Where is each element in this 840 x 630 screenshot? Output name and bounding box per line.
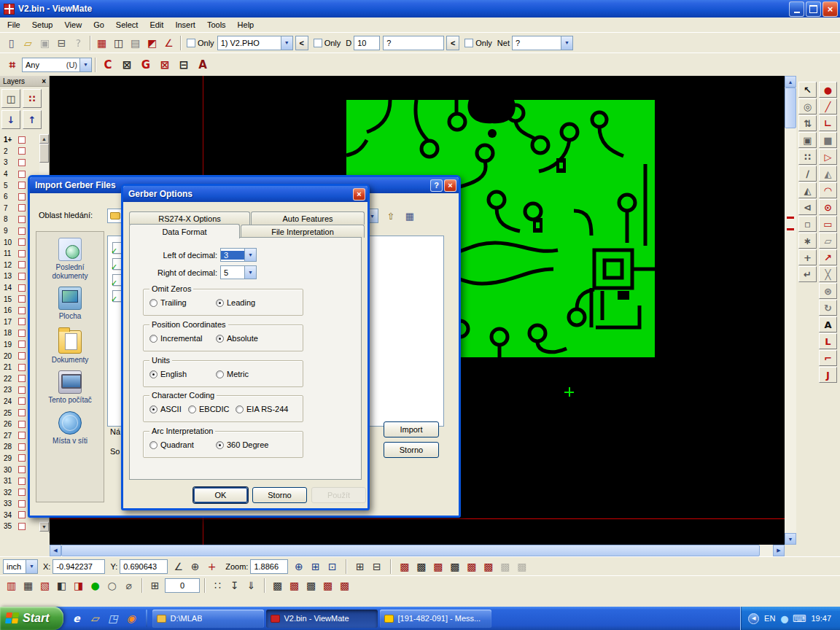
layer-row[interactable]: 3: [1, 157, 39, 168]
layer-color-box[interactable]: [18, 432, 26, 439]
close-button[interactable]: ×: [822, 1, 838, 17]
radio-ascii[interactable]: ASCII: [149, 405, 182, 413]
select-pad-icon[interactable]: ⊠: [117, 56, 136, 74]
layer-color-box[interactable]: [18, 193, 26, 201]
radio-incremental[interactable]: Incremental: [149, 334, 202, 343]
draw-mode-icon[interactable]: ▩: [413, 559, 429, 575]
return-icon[interactable]: ↵: [798, 266, 817, 282]
zoom-in-icon[interactable]: ⊕: [290, 559, 307, 575]
tab-auto-features[interactable]: Auto Features: [251, 211, 365, 225]
tab-data-format[interactable]: Data Format: [129, 224, 240, 238]
grid-toggle-icon[interactable]: ⊞: [351, 559, 368, 575]
layer-color-box[interactable]: [18, 352, 26, 359]
layer-color-box[interactable]: [18, 511, 26, 518]
scroll-thumb[interactable]: [785, 88, 796, 128]
gear-icon[interactable]: ⊛: [819, 283, 837, 299]
radio-metric[interactable]: Metric: [216, 370, 249, 378]
layer-color-box[interactable]: [18, 330, 26, 337]
zoom-window-icon[interactable]: ⊞: [307, 559, 324, 575]
swap-layers-icon[interactable]: ⇅: [798, 115, 817, 131]
pad-tool-icon[interactable]: ●: [819, 82, 837, 98]
menu-item[interactable]: View: [58, 18, 88, 31]
chevron-down-icon[interactable]: ▼: [79, 58, 91, 71]
menu-item[interactable]: File: [1, 18, 26, 31]
ie-quick-icon[interactable]: e: [68, 610, 85, 627]
show-desktop-icon[interactable]: ◳: [104, 610, 121, 627]
layer-row[interactable]: 35: [1, 521, 39, 532]
menu-item[interactable]: Help: [232, 18, 260, 31]
sel-pattern-4-icon[interactable]: ▩: [319, 578, 336, 594]
menu-item[interactable]: Edit: [144, 18, 169, 31]
polyline-tool-icon[interactable]: ∟: [819, 115, 837, 131]
pad-mode-icon[interactable]: ▩: [429, 559, 446, 575]
layer-row[interactable]: 2: [1, 146, 39, 158]
layer-color-box[interactable]: [18, 171, 26, 178]
save-icon[interactable]: ▣: [36, 35, 53, 51]
start-button[interactable]: Start: [0, 607, 63, 630]
relative-origin-icon[interactable]: +: [203, 559, 220, 575]
layer-color-box[interactable]: [18, 489, 26, 496]
vector-tool-icon[interactable]: ↗: [819, 249, 837, 265]
menu-item[interactable]: Setup: [26, 18, 59, 31]
apply-button[interactable]: Použít: [311, 487, 366, 503]
unit-select[interactable]: inch ▼: [3, 559, 38, 574]
folder-quick-icon[interactable]: ▱: [86, 610, 103, 627]
cross-icon[interactable]: +: [798, 249, 817, 265]
vertical-scrollbar[interactable]: ▲ ▼: [785, 76, 796, 545]
marker-down-icon[interactable]: ⇓: [243, 578, 260, 594]
grid-style-icon[interactable]: ⊟: [368, 559, 385, 575]
film-positive-icon[interactable]: ◨: [70, 578, 87, 594]
dialog-help-button[interactable]: ?: [430, 179, 443, 192]
menu-item[interactable]: Go: [88, 18, 110, 31]
scroll-down-icon[interactable]: ▼: [785, 533, 796, 545]
place-recent-documents[interactable]: Poslední dokumenty: [39, 238, 101, 280]
sel-pattern-3-icon[interactable]: ▩: [303, 578, 319, 594]
measure-angle-icon[interactable]: ∠: [170, 559, 187, 575]
layer-row[interactable]: 1+: [1, 134, 39, 146]
layer-color-box[interactable]: [18, 307, 26, 314]
polygon-tool-icon[interactable]: ▱: [819, 233, 837, 249]
layer-color-box[interactable]: [18, 228, 26, 235]
import-button[interactable]: Import: [384, 421, 439, 438]
tab-rs274x-options[interactable]: RS274-X Options: [129, 211, 250, 225]
print-icon[interactable]: ⊟: [53, 35, 70, 51]
pointer-icon[interactable]: ↖: [798, 82, 817, 98]
layer-color-box[interactable]: [18, 523, 26, 530]
radio-quadrant[interactable]: Quadrant: [149, 440, 194, 449]
layer-color-box[interactable]: [18, 341, 26, 348]
menu-item[interactable]: Select: [110, 18, 144, 31]
fill-view-icon[interactable]: ▣: [798, 132, 817, 148]
select-window-icon[interactable]: ⊟: [174, 56, 193, 74]
triangle-tool-icon[interactable]: ▷: [819, 149, 837, 165]
slash-icon[interactable]: ∕: [798, 166, 817, 182]
sel-pattern-5-icon[interactable]: ▩: [336, 578, 353, 594]
layer-color-box[interactable]: [18, 261, 26, 268]
layer-color-box[interactable]: [18, 273, 26, 280]
mirror-mode-icon[interactable]: ▩: [497, 559, 513, 575]
right-of-decimal-select[interactable]: 5 ▼: [220, 265, 257, 279]
browser-quick-icon[interactable]: ◉: [122, 610, 139, 627]
only-films-checkbox[interactable]: [187, 39, 195, 47]
layer-color-box[interactable]: [18, 250, 26, 257]
chevron-down-icon[interactable]: ▼: [561, 36, 572, 50]
view-menu-icon[interactable]: ▦: [402, 208, 418, 224]
layer-color-box[interactable]: [18, 147, 26, 155]
prism-icon[interactable]: ◭: [798, 182, 817, 198]
sel-pattern-1-icon[interactable]: ▩: [269, 578, 286, 594]
select-circle-icon[interactable]: C: [98, 56, 117, 74]
flash-mode-icon[interactable]: ▩: [396, 559, 413, 575]
place-documents[interactable]: Dokumenty: [39, 327, 101, 365]
chevron-down-icon[interactable]: ▼: [244, 266, 256, 279]
only-nets-checkbox[interactable]: [464, 39, 473, 47]
cancel-button[interactable]: Storno: [252, 487, 307, 503]
hatch-icon[interactable]: ∷: [798, 149, 817, 165]
hook-tool-icon[interactable]: Ј: [819, 367, 837, 383]
report-icon[interactable]: ▤: [127, 35, 144, 51]
origin-icon[interactable]: ⊕: [187, 559, 203, 575]
dialog-close-button[interactable]: ×: [444, 179, 456, 192]
layer-color-box[interactable]: [18, 421, 26, 428]
scroll-thumb[interactable]: [61, 545, 760, 556]
sel-pattern-2-icon[interactable]: ▩: [286, 578, 303, 594]
layers-colors-icon[interactable]: ∷: [23, 89, 42, 108]
ok-button[interactable]: OK: [193, 487, 248, 503]
